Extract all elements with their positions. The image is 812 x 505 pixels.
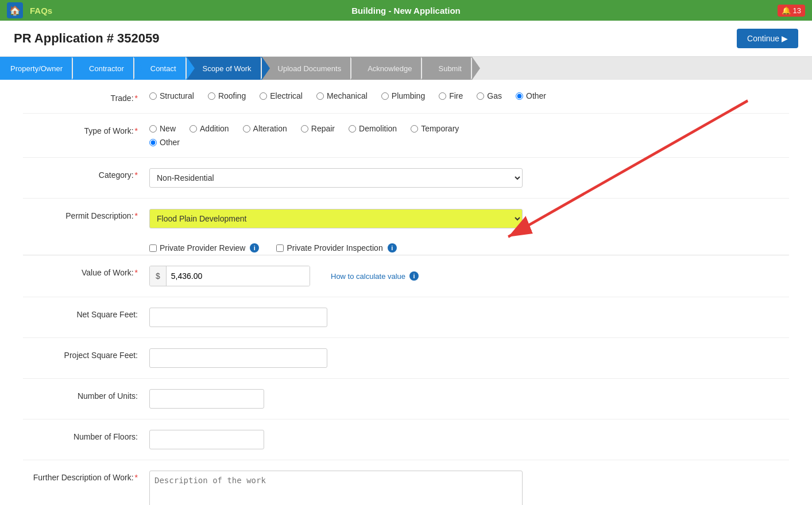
trade-gas[interactable]: Gas <box>477 91 502 100</box>
app-title: Building - New Application <box>351 6 460 15</box>
trade-controls: Structural Roofing Electrical Mechanical… <box>149 91 789 100</box>
net-square-feet-input[interactable] <box>149 308 327 327</box>
type-temporary[interactable]: Temporary <box>411 124 459 133</box>
step-contractor[interactable]: Contractor <box>73 57 134 80</box>
top-bar: 🏠 FAQs Building - New Application 🔔 13 <box>0 0 812 21</box>
step-upload-documents[interactable]: Upload Documents <box>262 57 352 80</box>
type-addition-radio[interactable] <box>190 125 197 133</box>
category-select[interactable]: Non-Residential <box>149 168 523 188</box>
further-description-row: Further Description of Work:* <box>23 471 789 505</box>
value-of-work-input[interactable] <box>167 266 310 286</box>
step-label: Acknowledge <box>368 64 412 73</box>
number-of-floors-input[interactable] <box>149 430 264 449</box>
category-controls: Non-Residential <box>149 168 789 188</box>
category-row: Category:* Non-Residential <box>23 168 789 199</box>
number-of-floors-label: Number of Floors: <box>23 430 149 441</box>
currency-input-wrap: $ <box>149 266 310 286</box>
private-provider-review-info[interactable]: i <box>250 243 259 252</box>
notification-area: 🔔 13 <box>778 5 805 17</box>
type-demolition[interactable]: Demolition <box>349 124 397 133</box>
private-provider-row: Private Provider Review i Private Provid… <box>23 243 789 252</box>
required-indicator: * <box>135 473 138 482</box>
project-square-feet-input[interactable] <box>149 348 327 368</box>
type-label: Type of Work:* <box>23 124 149 135</box>
type-temporary-radio[interactable] <box>411 125 418 133</box>
further-description-label: Further Description of Work:* <box>23 471 149 482</box>
type-controls: New Addition Alteration Repair Demolitio… <box>149 124 789 147</box>
bell-icon: 🔔 <box>782 6 791 15</box>
faqs-link[interactable]: FAQs <box>30 6 52 15</box>
home-button[interactable]: 🏠 <box>7 2 23 18</box>
type-new[interactable]: New <box>149 124 176 133</box>
notification-bell[interactable]: 🔔 13 <box>778 5 805 17</box>
trade-fire-radio[interactable] <box>439 92 446 100</box>
private-provider-review-label: Private Provider Review <box>160 243 245 252</box>
trade-row: Trade:* Structural Roofing Electrical Me… <box>23 91 789 114</box>
continue-button-top[interactable]: Continue ▶ <box>737 29 798 48</box>
trade-roofing[interactable]: Roofing <box>208 91 246 100</box>
main-content: Trade:* Structural Roofing Electrical Me… <box>0 80 812 505</box>
trade-structural[interactable]: Structural <box>149 91 194 100</box>
number-of-floors-row: Number of Floors: <box>23 430 789 460</box>
type-new-radio[interactable] <box>149 125 157 133</box>
number-of-units-row: Number of Units: <box>23 389 789 419</box>
net-square-feet-label: Net Square Feet: <box>23 308 149 319</box>
stepper: Property/Owner Contractor Contact Scope … <box>0 57 812 80</box>
currency-symbol: $ <box>150 266 167 286</box>
project-square-feet-label: Project Square Feet: <box>23 348 149 360</box>
trade-roofing-radio[interactable] <box>208 92 215 100</box>
type-alteration[interactable]: Alteration <box>243 124 287 133</box>
type-repair[interactable]: Repair <box>301 124 335 133</box>
how-to-calculate-label: How to calculate value <box>331 272 405 281</box>
trade-plumbing[interactable]: Plumbing <box>381 91 425 100</box>
trade-electrical[interactable]: Electrical <box>260 91 303 100</box>
private-provider-inspection-option[interactable]: Private Provider Inspection i <box>276 243 396 252</box>
value-of-work-controls: $ How to calculate value i <box>149 266 789 286</box>
type-repair-radio[interactable] <box>301 125 308 133</box>
trade-other[interactable]: Other <box>516 91 546 100</box>
step-label: Contact <box>150 64 176 73</box>
type-alteration-radio[interactable] <box>243 125 250 133</box>
number-of-units-label: Number of Units: <box>23 389 149 401</box>
further-description-textarea[interactable] <box>149 471 523 505</box>
number-of-units-input[interactable] <box>149 389 264 409</box>
type-other[interactable]: Other <box>149 138 789 147</box>
type-addition[interactable]: Addition <box>190 124 229 133</box>
trade-fire[interactable]: Fire <box>439 91 463 100</box>
private-provider-inspection-checkbox[interactable] <box>276 244 284 252</box>
type-of-work-row: Type of Work:* New Addition Alteration R… <box>23 124 789 158</box>
private-provider-review-option[interactable]: Private Provider Review i <box>149 243 259 252</box>
how-to-calculate-link[interactable]: How to calculate value i <box>331 271 419 281</box>
category-label: Category:* <box>23 168 149 180</box>
calculate-info-icon[interactable]: i <box>409 271 419 281</box>
permit-description-controls: Flood Plain Development <box>149 209 789 228</box>
trade-gas-radio[interactable] <box>477 92 484 100</box>
required-indicator: * <box>135 211 138 220</box>
value-of-work-label: Value of Work:* <box>23 266 149 277</box>
value-of-work-row: Value of Work:* $ How to calculate value… <box>23 266 789 297</box>
trade-other-radio[interactable] <box>516 92 523 100</box>
trade-plumbing-radio[interactable] <box>381 92 389 100</box>
trade-electrical-radio[interactable] <box>260 92 267 100</box>
permit-description-row: Permit Description:* Flood Plain Develop… <box>23 209 789 239</box>
step-acknowledge[interactable]: Acknowledge <box>351 57 422 80</box>
notification-count: 13 <box>793 6 801 15</box>
private-provider-review-checkbox[interactable] <box>149 244 157 252</box>
trade-mechanical[interactable]: Mechanical <box>316 91 368 100</box>
trade-mechanical-radio[interactable] <box>316 92 324 100</box>
required-indicator: * <box>135 126 138 135</box>
number-of-units-controls <box>149 389 789 409</box>
required-indicator: * <box>135 170 138 180</box>
private-provider-inspection-info[interactable]: i <box>388 243 397 252</box>
type-demolition-radio[interactable] <box>349 125 356 133</box>
page-header: PR Application # 352059 Continue ▶ <box>0 21 812 57</box>
type-other-radio[interactable] <box>149 139 157 146</box>
step-property-owner[interactable]: Property/Owner <box>0 57 73 80</box>
project-square-feet-controls <box>149 348 789 368</box>
number-of-floors-controls <box>149 430 789 449</box>
trade-structural-radio[interactable] <box>149 92 157 100</box>
permit-description-select[interactable]: Flood Plain Development <box>149 209 523 228</box>
step-label: Contractor <box>89 64 124 73</box>
step-scope-of-work[interactable]: Scope of Work <box>187 57 262 80</box>
required-indicator: * <box>135 94 138 103</box>
